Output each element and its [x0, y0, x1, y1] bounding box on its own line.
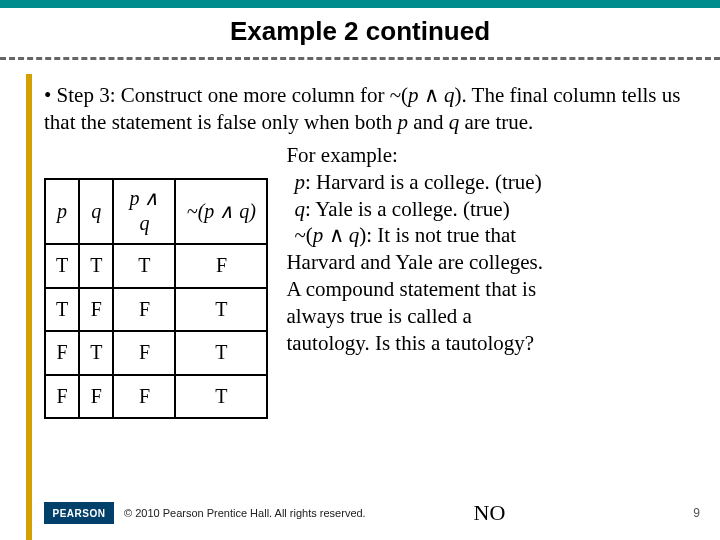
- cell: F: [79, 288, 113, 332]
- neg-p: p: [313, 223, 324, 247]
- cell: T: [45, 244, 79, 288]
- neg-suffix: ): It is not true that: [359, 223, 516, 247]
- answer-no: NO: [286, 500, 694, 526]
- step-paragraph: • Step 3: Construct one more column for …: [44, 82, 700, 136]
- header-not-pq: ~(p ∧ q): [175, 179, 267, 244]
- cell: F: [113, 331, 175, 375]
- neg-line-2: Harvard and Yale are colleges.: [286, 249, 543, 276]
- wedge-1: ∧: [424, 83, 439, 107]
- page-number: 9: [693, 506, 700, 520]
- neg-prefix: ~(: [294, 223, 312, 247]
- footer: PEARSON © 2010 Pearson Prentice Hall. Al…: [44, 500, 700, 526]
- cell: F: [79, 375, 113, 419]
- neg-q: q: [349, 223, 360, 247]
- p-label: p: [294, 170, 305, 194]
- tautology-line-1: A compound statement that is: [286, 276, 543, 303]
- p-example-text: : Harvard is a college. (true): [305, 170, 542, 194]
- step-tail: are true.: [459, 110, 533, 134]
- table-row: F F F T: [45, 375, 267, 419]
- step-text-1: Construct one more column for ~(: [121, 83, 408, 107]
- for-example: For example:: [286, 142, 543, 169]
- cell: F: [45, 331, 79, 375]
- var-p: p: [408, 83, 419, 107]
- q-example-text: : Yale is a college. (true): [305, 197, 510, 221]
- step-label: Step 3:: [57, 83, 116, 107]
- cell: F: [175, 244, 267, 288]
- slide-title: Example 2 continued: [0, 16, 720, 47]
- q-label: q: [294, 197, 305, 221]
- cell: T: [45, 288, 79, 332]
- tautology-line-2: always true is called a: [286, 303, 543, 330]
- neg-line-1: ~(p ∧ q): It is not true that: [286, 222, 543, 249]
- top-border: [0, 0, 720, 8]
- tautology-line-3: tautology. Is this a tautology?: [286, 330, 543, 357]
- body-row: p q p ∧ q ~(p ∧ q) T T T F T F F T F T F: [44, 142, 700, 420]
- neg-wedge: ∧: [329, 223, 344, 247]
- cell: F: [45, 375, 79, 419]
- table-row: T T T F: [45, 244, 267, 288]
- cell: T: [175, 331, 267, 375]
- truth-table: p q p ∧ q ~(p ∧ q) T T T F T F F T F T F: [44, 178, 268, 420]
- bullet: •: [44, 83, 51, 107]
- content-area: • Step 3: Construct one more column for …: [44, 82, 700, 419]
- var-p2: p: [397, 110, 408, 134]
- cell: T: [175, 288, 267, 332]
- table-header-row: p q p ∧ q ~(p ∧ q): [45, 179, 267, 244]
- pearson-logo: PEARSON: [44, 502, 114, 524]
- var-q2: q: [449, 110, 460, 134]
- header-q: q: [79, 179, 113, 244]
- right-text-block: For example: p: Harvard is a college. (t…: [286, 142, 543, 357]
- cell: F: [113, 375, 175, 419]
- table-row: F T F T: [45, 331, 267, 375]
- cell: F: [113, 288, 175, 332]
- cell: T: [113, 244, 175, 288]
- divider: [0, 57, 720, 60]
- var-q: q: [444, 83, 455, 107]
- cell: T: [175, 375, 267, 419]
- header-pq: p ∧ q: [113, 179, 175, 244]
- table-row: T F F T: [45, 288, 267, 332]
- cell: T: [79, 331, 113, 375]
- accent-bar: [26, 74, 32, 540]
- header-p: p: [45, 179, 79, 244]
- and-word: and: [408, 110, 449, 134]
- p-example-line: p: Harvard is a college. (true): [286, 169, 543, 196]
- cell: T: [79, 244, 113, 288]
- q-example-line: q: Yale is a college. (true): [286, 196, 543, 223]
